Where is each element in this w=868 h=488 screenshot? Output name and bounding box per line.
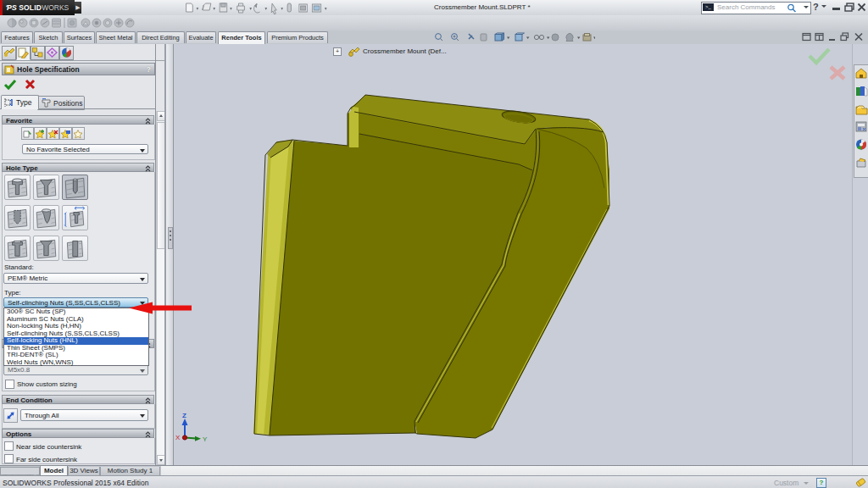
svg-text:Z: Z (182, 412, 186, 419)
svg-text:Y: Y (203, 435, 208, 443)
svg-text:X: X (175, 434, 181, 441)
